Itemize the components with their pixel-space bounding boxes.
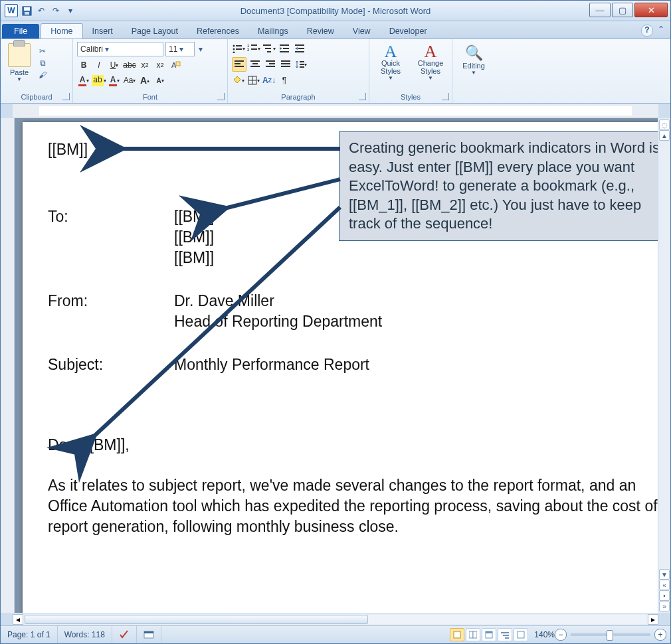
tab-file[interactable]: File <box>2 24 39 39</box>
font-dialog-launcher-icon[interactable] <box>217 93 225 100</box>
underline-button[interactable]: U▾ <box>108 58 121 72</box>
select-browse-icon[interactable]: • <box>659 590 670 601</box>
svg-rect-24 <box>295 51 304 52</box>
vertical-scrollbar[interactable]: ◌ ▲ ▼ « • » <box>658 118 670 613</box>
editing-button[interactable]: 🔍 Editing ▼ <box>456 42 491 76</box>
clear-formatting-button[interactable]: A <box>169 58 182 72</box>
line-spacing-button[interactable]: ▾ <box>294 58 308 71</box>
tab-developer[interactable]: Developer <box>380 24 436 39</box>
scroll-up-icon[interactable]: ▲ <box>659 130 670 141</box>
tab-mailings[interactable]: Mailings <box>248 24 298 39</box>
zoom-slider[interactable] <box>571 633 650 636</box>
save-icon[interactable] <box>21 5 33 17</box>
numbering-button[interactable]: 12▾ <box>247 42 260 55</box>
align-left-button[interactable] <box>232 57 246 72</box>
status-words[interactable]: Words: 118 <box>58 626 112 643</box>
bold-button[interactable]: B <box>77 58 90 72</box>
object-browser-icon[interactable]: ◌ <box>659 120 670 130</box>
sort-button[interactable]: AZ↓ <box>262 74 276 87</box>
outline-view-button[interactable] <box>498 628 512 641</box>
strikethrough-button[interactable]: abc <box>123 58 136 72</box>
change-case-button[interactable]: Aa▾ <box>123 74 136 87</box>
status-macro-icon[interactable] <box>137 626 161 643</box>
help-icon[interactable]: ? <box>641 25 653 37</box>
tab-insert[interactable]: Insert <box>83 24 122 39</box>
clipboard-dialog-launcher-icon[interactable] <box>62 93 70 100</box>
svg-rect-6 <box>236 45 242 46</box>
quick-styles-label: Quick Styles <box>373 59 408 75</box>
increase-indent-button[interactable] <box>293 42 306 55</box>
quick-styles-button[interactable]: A Quick Styles ▼ <box>373 44 408 81</box>
tab-view[interactable]: View <box>343 24 380 39</box>
vertical-ruler[interactable] <box>1 118 15 613</box>
draft-view-button[interactable] <box>514 628 528 641</box>
decrease-indent-button[interactable] <box>278 42 291 55</box>
maximize-button[interactable]: ▢ <box>612 3 633 17</box>
show-marks-button[interactable]: ¶ <box>278 74 291 87</box>
horizontal-scrollbar[interactable]: ◂ ▸ <box>13 613 658 625</box>
zoom-slider-knob[interactable] <box>607 630 613 641</box>
align-right-button[interactable] <box>264 58 277 71</box>
font-size-dropdown-icon[interactable]: ▾ <box>197 44 205 54</box>
format-painter-icon[interactable]: 🖌 <box>37 70 48 80</box>
scroll-right-icon[interactable]: ▸ <box>648 614 658 625</box>
tab-home[interactable]: Home <box>41 23 82 39</box>
horizontal-ruler[interactable] <box>13 104 658 118</box>
tab-review[interactable]: Review <box>298 24 343 39</box>
paragraph-dialog-launcher-icon[interactable] <box>359 93 366 100</box>
multilevel-list-button[interactable]: ▾ <box>262 42 276 55</box>
find-icon: 🔍 <box>465 44 483 62</box>
font-color-button[interactable]: A▾ <box>77 74 90 87</box>
grow-font-button[interactable]: A▴ <box>138 74 151 87</box>
from-line-1: Dr. Dave Miller <box>174 291 382 311</box>
status-proofing-icon[interactable] <box>112 626 137 643</box>
highlight-button[interactable]: ab▾ <box>92 74 106 87</box>
zoom-level[interactable]: 140% <box>534 630 555 639</box>
font-size-combo[interactable]: 11▾ <box>165 42 195 56</box>
svg-rect-17 <box>280 44 289 46</box>
web-layout-view-button[interactable] <box>482 628 496 641</box>
close-button[interactable]: ✕ <box>634 3 668 17</box>
svg-rect-13 <box>251 48 257 50</box>
tab-page-layout[interactable]: Page Layout <box>122 24 187 39</box>
font-color2-button[interactable]: A▾ <box>108 74 121 87</box>
italic-button[interactable]: I <box>92 58 106 72</box>
change-styles-button[interactable]: A Change Styles ▼ <box>413 44 448 81</box>
status-page[interactable]: Page: 1 of 1 <box>1 626 58 643</box>
subscript-button[interactable]: x2 <box>138 58 151 72</box>
justify-button[interactable] <box>279 58 292 71</box>
full-screen-view-button[interactable] <box>466 628 480 641</box>
borders-button[interactable]: ▾ <box>247 74 260 87</box>
svg-rect-8 <box>236 48 242 50</box>
undo-icon[interactable]: ↶ <box>35 5 47 17</box>
scroll-left-icon[interactable]: ◂ <box>13 614 23 625</box>
qat-dropdown-icon[interactable]: ▾ <box>64 5 76 17</box>
superscript-button[interactable]: x2 <box>153 58 167 72</box>
align-center-button[interactable] <box>248 58 262 71</box>
prev-page-icon[interactable]: « <box>659 580 670 590</box>
document-page[interactable]: [[BM]] To: [[BM]] [[BM]] [[BM]] From: Dr… <box>23 122 658 613</box>
ribbon-minimize-icon[interactable]: ⌃ <box>656 25 666 35</box>
redo-icon[interactable]: ↷ <box>50 5 62 17</box>
styles-dialog-launcher-icon[interactable] <box>442 93 449 100</box>
app-window: W ↶ ↷ ▾ Document3 [Compatibility Mode] -… <box>0 0 671 644</box>
word-app-icon[interactable]: W <box>5 4 18 17</box>
minimize-button[interactable]: — <box>589 3 611 17</box>
hscroll-thumb[interactable] <box>25 615 368 624</box>
copy-icon[interactable]: ⧉ <box>37 58 48 68</box>
print-layout-view-button[interactable] <box>450 628 464 641</box>
bullets-button[interactable]: ▾ <box>232 42 245 55</box>
page-container[interactable]: [[BM]] To: [[BM]] [[BM]] [[BM]] From: Dr… <box>15 118 658 613</box>
group-paragraph-label: Paragraph <box>232 92 365 103</box>
shrink-font-button[interactable]: A▾ <box>153 74 167 87</box>
zoom-in-button[interactable]: + <box>654 629 666 641</box>
scroll-down-icon[interactable]: ▼ <box>659 569 670 580</box>
cut-icon[interactable]: ✂ <box>37 46 48 56</box>
tab-references[interactable]: References <box>187 24 248 39</box>
zoom-out-button[interactable]: − <box>555 629 567 641</box>
quick-access-toolbar: W ↶ ↷ ▾ <box>1 4 76 17</box>
paste-button[interactable]: Paste ▼ <box>5 43 34 82</box>
font-name-combo[interactable]: Calibri▾ <box>77 42 163 56</box>
next-page-icon[interactable]: » <box>659 601 670 611</box>
shading-button[interactable]: ▾ <box>232 74 245 87</box>
